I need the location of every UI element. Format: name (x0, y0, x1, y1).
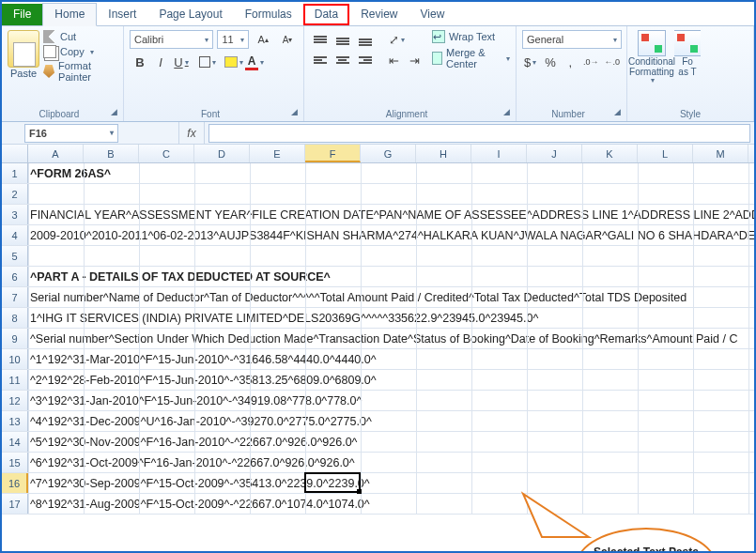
table-row[interactable]: 7Serial number^Name of Deductor^Tan of D… (2, 287, 754, 308)
tab-file[interactable]: File (2, 4, 42, 25)
row-header[interactable]: 17 (2, 494, 28, 514)
tab-insert[interactable]: Insert (97, 4, 147, 25)
table-row[interactable]: 6^PART A - DETAILS OF TAX DEDUCTED AT SO… (2, 267, 754, 287)
font-size-combo[interactable]: 11▾ (217, 30, 249, 49)
col-header-E[interactable]: E (250, 145, 305, 162)
row-content[interactable]: ^2^192^28-Feb-2010^F^15-Jun-2010^-^35813… (28, 370, 754, 390)
bold-button[interactable]: B (130, 53, 150, 71)
tab-home[interactable]: Home (42, 3, 97, 26)
align-center-button[interactable] (332, 51, 353, 69)
row-header[interactable]: 6 (2, 267, 28, 286)
col-header-H[interactable]: H (416, 145, 471, 162)
row-header[interactable]: 8 (2, 308, 28, 328)
grow-font-button[interactable]: A▴ (253, 30, 273, 49)
copy-button[interactable]: Copy▾ (43, 45, 117, 58)
row-content[interactable]: ^3^192^31-Jan-2010^F^15-Jun-2010^-^34919… (28, 391, 754, 410)
wrap-text-button[interactable]: ↩Wrap Text (432, 30, 510, 43)
decrease-indent-button[interactable]: ⇤ (383, 51, 404, 69)
align-top-button[interactable] (310, 30, 331, 49)
col-header-C[interactable]: C (139, 145, 194, 162)
row-header[interactable]: 3 (2, 205, 28, 224)
row-content[interactable]: ^4^192^31-Dec-2009^U^16-Jan-2010^-^39270… (28, 411, 754, 431)
col-header-K[interactable]: K (582, 145, 638, 162)
row-content[interactable]: ^8^192^31-Aug-2009^F^15-Oct-2009^-^22667… (28, 494, 754, 514)
font-launcher[interactable]: ◢ (291, 107, 298, 119)
increase-decimal-button[interactable]: .0→ (582, 53, 600, 71)
col-header-A[interactable]: A (28, 145, 84, 162)
col-header-I[interactable]: I (471, 145, 527, 162)
table-row[interactable]: 15^6^192^31-Oct-2009^F^16-Jan-2010^-^226… (2, 453, 754, 473)
paste-icon[interactable] (8, 30, 39, 68)
format-painter-button[interactable]: Format Painter (43, 60, 117, 83)
table-row[interactable]: 9^Serial number^Section Under Which Dedu… (2, 329, 754, 349)
row-content[interactable]: ^1^192^31-Mar-2010^F^15-Jun-2010^-^31646… (28, 349, 754, 369)
row-header[interactable]: 2 (2, 184, 28, 204)
row-header[interactable]: 11 (2, 370, 28, 390)
row-header[interactable]: 14 (2, 432, 28, 452)
orientation-button[interactable]: ⤢▾ (383, 30, 409, 49)
percent-button[interactable]: % (542, 53, 558, 71)
underline-button[interactable]: U▾ (171, 53, 192, 71)
col-header-F[interactable]: F (305, 145, 361, 162)
shrink-font-button[interactable]: A▾ (277, 30, 298, 49)
row-header[interactable]: 16 (2, 473, 28, 493)
table-row[interactable]: 12^3^192^31-Jan-2010^F^15-Jun-2010^-^349… (2, 391, 754, 411)
row-content[interactable]: ^PART A - DETAILS OF TAX DEDUCTED AT SOU… (28, 267, 754, 286)
row-content[interactable]: 2009-2010^2010-2011^06-02-2013^AUJPS3844… (28, 225, 754, 245)
row-header[interactable]: 15 (2, 453, 28, 472)
table-row[interactable]: 14^5^192^30-Nov-2009^F^16-Jan-2010^-^226… (2, 432, 754, 453)
row-content[interactable] (28, 246, 754, 266)
table-row[interactable]: 1^FORM 26AS^ (2, 163, 754, 184)
row-content[interactable]: ^7^192^30-Sep-2009^F^15-Oct-2009^-^35413… (28, 473, 754, 493)
decrease-decimal-button[interactable]: ←.0 (604, 53, 622, 71)
table-row[interactable]: 17^8^192^31-Aug-2009^F^15-Oct-2009^-^226… (2, 494, 754, 515)
select-all-corner[interactable] (2, 145, 28, 162)
merge-center-button[interactable]: Merge & Center▾ (432, 47, 510, 69)
increase-indent-button[interactable]: ⇥ (404, 51, 424, 69)
font-color-button[interactable]: A▾ (244, 53, 265, 71)
name-box[interactable]: F16▾ (24, 124, 118, 143)
font-name-combo[interactable]: Calibri▾ (130, 30, 213, 49)
align-right-button[interactable] (355, 51, 376, 69)
tab-formulas[interactable]: Formulas (234, 4, 303, 25)
cut-button[interactable]: Cut (43, 30, 117, 43)
paste-button[interactable]: Paste (10, 68, 37, 79)
row-content[interactable]: ^Serial number^Section Under Which Deduc… (28, 329, 754, 348)
number-launcher[interactable]: ◢ (614, 107, 621, 119)
row-header[interactable]: 7 (2, 287, 28, 307)
currency-button[interactable]: $▾ (522, 53, 538, 71)
tab-review[interactable]: Review (349, 4, 409, 25)
col-header-G[interactable]: G (361, 145, 416, 162)
row-header[interactable]: 10 (2, 349, 28, 369)
table-row[interactable]: 16^7^192^30-Sep-2009^F^15-Oct-2009^-^354… (2, 473, 754, 494)
row-header[interactable]: 12 (2, 391, 28, 410)
row-content[interactable]: 1^IHG IT SERVICES (INDIA) PRIVATE LIMITE… (28, 308, 754, 328)
table-row[interactable]: 42009-2010^2010-2011^06-02-2013^AUJPS384… (2, 225, 754, 246)
comma-button[interactable]: , (563, 53, 579, 71)
align-left-button[interactable] (310, 51, 331, 69)
table-row[interactable]: 11^2^192^28-Feb-2010^F^15-Jun-2010^-^358… (2, 370, 754, 391)
align-bottom-button[interactable] (355, 30, 376, 49)
row-content[interactable] (28, 184, 754, 204)
table-row[interactable]: 81^IHG IT SERVICES (INDIA) PRIVATE LIMIT… (2, 308, 754, 329)
tab-view[interactable]: View (409, 4, 456, 25)
row-header[interactable]: 13 (2, 411, 28, 431)
align-middle-button[interactable] (332, 30, 353, 49)
formula-input[interactable] (208, 124, 750, 143)
table-row[interactable]: 10^1^192^31-Mar-2010^F^15-Jun-2010^-^316… (2, 349, 754, 370)
row-content[interactable]: FINANCIAL YEAR^ASSESSMENT YEAR^FILE CREA… (28, 205, 754, 224)
row-content[interactable]: ^6^192^31-Oct-2009^F^16-Jan-2010^-^22667… (28, 453, 754, 472)
borders-button[interactable]: ▾ (197, 53, 218, 71)
col-header-M[interactable]: M (693, 145, 748, 162)
row-content[interactable]: ^5^192^30-Nov-2009^F^16-Jan-2010^-^22667… (28, 432, 754, 452)
col-header-B[interactable]: B (84, 145, 139, 162)
row-content[interactable]: ^FORM 26AS^ (28, 163, 754, 183)
table-row[interactable]: 13^4^192^31-Dec-2009^U^16-Jan-2010^-^392… (2, 411, 754, 432)
table-row[interactable]: 3FINANCIAL YEAR^ASSESSMENT YEAR^FILE CRE… (2, 205, 754, 225)
tab-page-layout[interactable]: Page Layout (147, 4, 233, 25)
tab-data[interactable]: Data (303, 4, 349, 25)
table-row[interactable]: 2 (2, 184, 754, 205)
col-header-J[interactable]: J (527, 145, 582, 162)
row-content[interactable]: Serial number^Name of Deductor^Tan of De… (28, 287, 754, 307)
number-format-combo[interactable]: General▾ (522, 30, 622, 49)
